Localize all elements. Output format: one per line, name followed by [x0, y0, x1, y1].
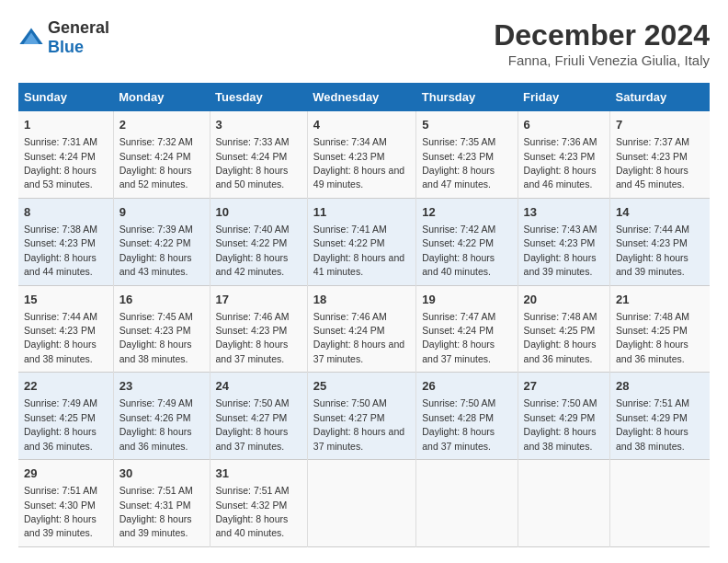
sunrise-text: Sunrise: 7:51 AM — [24, 485, 97, 496]
table-row: 29 Sunrise: 7:51 AM Sunset: 4:30 PM Dayl… — [18, 460, 113, 547]
daylight-text: Daylight: 8 hours and 53 minutes. — [24, 165, 97, 190]
header-saturday: Saturday — [610, 83, 710, 111]
day-number: 20 — [524, 292, 604, 308]
sunrise-text: Sunrise: 7:50 AM — [524, 397, 597, 408]
sunrise-text: Sunrise: 7:35 AM — [422, 136, 495, 147]
sunset-text: Sunset: 4:31 PM — [119, 500, 191, 511]
sunrise-text: Sunrise: 7:45 AM — [119, 311, 193, 322]
sunset-text: Sunset: 4:25 PM — [24, 412, 96, 423]
logo-blue: Blue — [48, 38, 84, 56]
table-row: 7 Sunrise: 7:37 AM Sunset: 4:23 PM Dayli… — [610, 111, 710, 198]
table-row: 2 Sunrise: 7:32 AM Sunset: 4:24 PM Dayli… — [113, 111, 210, 198]
table-row: 1 Sunrise: 7:31 AM Sunset: 4:24 PM Dayli… — [18, 111, 113, 198]
daylight-text: Daylight: 8 hours and 40 minutes. — [422, 252, 495, 277]
day-number: 31 — [216, 465, 301, 482]
day-number: 28 — [616, 378, 704, 395]
daylight-text: Daylight: 8 hours and 52 minutes. — [119, 165, 192, 190]
sunrise-text: Sunrise: 7:34 AM — [313, 136, 387, 147]
table-row: 31 Sunrise: 7:51 AM Sunset: 4:32 PM Dayl… — [210, 460, 307, 547]
day-number: 5 — [422, 117, 511, 133]
sunset-text: Sunset: 4:23 PM — [616, 237, 688, 248]
table-row: 28 Sunrise: 7:51 AM Sunset: 4:29 PM Dayl… — [610, 373, 710, 460]
sunrise-text: Sunrise: 7:48 AM — [524, 311, 597, 322]
sunrise-text: Sunrise: 7:49 AM — [24, 397, 97, 408]
sunset-text: Sunset: 4:27 PM — [313, 412, 385, 423]
day-number: 3 — [216, 117, 301, 133]
daylight-text: Daylight: 8 hours and 41 minutes. — [313, 252, 404, 277]
day-number: 21 — [616, 292, 704, 308]
table-row — [416, 460, 518, 547]
daylight-text: Daylight: 8 hours and 38 minutes. — [119, 339, 192, 363]
day-number: 27 — [524, 378, 604, 395]
table-row: 4 Sunrise: 7:34 AM Sunset: 4:23 PM Dayli… — [307, 111, 415, 198]
sunset-text: Sunset: 4:29 PM — [616, 412, 688, 423]
sunset-text: Sunset: 4:23 PM — [616, 151, 688, 162]
daylight-text: Daylight: 8 hours and 39 minutes. — [119, 513, 192, 538]
day-number: 8 — [24, 204, 108, 221]
daylight-text: Daylight: 8 hours and 49 minutes. — [313, 165, 404, 190]
sunset-text: Sunset: 4:28 PM — [422, 412, 494, 423]
daylight-text: Daylight: 8 hours and 37 minutes. — [216, 426, 289, 451]
sunset-text: Sunset: 4:24 PM — [313, 325, 385, 336]
sunset-text: Sunset: 4:24 PM — [422, 325, 494, 336]
header-wednesday: Wednesday — [307, 83, 415, 111]
table-row: 11 Sunrise: 7:41 AM Sunset: 4:22 PM Dayl… — [307, 198, 415, 285]
header-friday: Friday — [518, 83, 609, 111]
sunset-text: Sunset: 4:30 PM — [24, 500, 96, 511]
sunrise-text: Sunrise: 7:44 AM — [616, 224, 689, 235]
sunrise-text: Sunrise: 7:36 AM — [524, 136, 597, 147]
table-row — [518, 460, 609, 547]
sunset-text: Sunset: 4:25 PM — [524, 325, 596, 336]
sunset-text: Sunset: 4:23 PM — [422, 151, 494, 162]
daylight-text: Daylight: 8 hours and 36 minutes. — [524, 339, 597, 363]
day-number: 19 — [422, 292, 511, 308]
sunrise-text: Sunrise: 7:50 AM — [422, 397, 495, 408]
table-row: 3 Sunrise: 7:33 AM Sunset: 4:24 PM Dayli… — [210, 111, 307, 198]
table-row: 15 Sunrise: 7:44 AM Sunset: 4:23 PM Dayl… — [18, 285, 113, 373]
sunset-text: Sunset: 4:25 PM — [616, 325, 688, 336]
sunset-text: Sunset: 4:23 PM — [119, 325, 191, 336]
sunset-text: Sunset: 4:32 PM — [216, 500, 288, 511]
sunset-text: Sunset: 4:22 PM — [119, 237, 191, 248]
sunrise-text: Sunrise: 7:48 AM — [616, 311, 689, 322]
day-number: 30 — [119, 465, 204, 482]
table-row: 10 Sunrise: 7:40 AM Sunset: 4:22 PM Dayl… — [210, 198, 307, 285]
daylight-text: Daylight: 8 hours and 39 minutes. — [616, 252, 688, 277]
sunrise-text: Sunrise: 7:50 AM — [216, 397, 290, 408]
sunrise-text: Sunrise: 7:43 AM — [524, 224, 597, 235]
daylight-text: Daylight: 8 hours and 37 minutes. — [422, 339, 495, 363]
daylight-text: Daylight: 8 hours and 40 minutes. — [216, 513, 289, 538]
daylight-text: Daylight: 8 hours and 38 minutes. — [24, 339, 97, 363]
table-row: 17 Sunrise: 7:46 AM Sunset: 4:23 PM Dayl… — [210, 285, 307, 373]
table-row: 13 Sunrise: 7:43 AM Sunset: 4:23 PM Dayl… — [518, 198, 609, 285]
sunset-text: Sunset: 4:22 PM — [313, 237, 385, 248]
day-number: 10 — [216, 204, 301, 221]
day-number: 18 — [313, 292, 410, 308]
day-number: 25 — [313, 378, 410, 395]
sunrise-text: Sunrise: 7:42 AM — [422, 224, 495, 235]
main-title: December 2024 — [494, 18, 710, 52]
daylight-text: Daylight: 8 hours and 39 minutes. — [524, 252, 597, 277]
table-row: 26 Sunrise: 7:50 AM Sunset: 4:28 PM Dayl… — [416, 373, 518, 460]
header-sunday: Sunday — [18, 83, 113, 111]
logo-general: General — [48, 18, 109, 37]
table-row: 8 Sunrise: 7:38 AM Sunset: 4:23 PM Dayli… — [18, 198, 113, 285]
day-number: 11 — [313, 204, 410, 221]
day-number: 26 — [422, 378, 511, 395]
table-row: 30 Sunrise: 7:51 AM Sunset: 4:31 PM Dayl… — [113, 460, 210, 547]
sunrise-text: Sunrise: 7:51 AM — [216, 485, 290, 496]
table-row: 16 Sunrise: 7:45 AM Sunset: 4:23 PM Dayl… — [113, 285, 210, 373]
daylight-text: Daylight: 8 hours and 37 minutes. — [422, 426, 495, 451]
table-row: 21 Sunrise: 7:48 AM Sunset: 4:25 PM Dayl… — [610, 285, 710, 373]
sunrise-text: Sunrise: 7:49 AM — [119, 397, 193, 408]
table-row — [610, 460, 710, 547]
logo: General Blue — [18, 18, 109, 57]
table-row: 18 Sunrise: 7:46 AM Sunset: 4:24 PM Dayl… — [307, 285, 415, 373]
day-number: 2 — [119, 117, 204, 133]
header: General Blue December 2024 Fanna, Friuli… — [18, 18, 710, 68]
day-number: 12 — [422, 204, 511, 221]
daylight-text: Daylight: 8 hours and 45 minutes. — [616, 165, 688, 190]
sunrise-text: Sunrise: 7:46 AM — [313, 311, 387, 322]
daylight-text: Daylight: 8 hours and 37 minutes. — [313, 426, 404, 451]
daylight-text: Daylight: 8 hours and 36 minutes. — [119, 426, 192, 451]
